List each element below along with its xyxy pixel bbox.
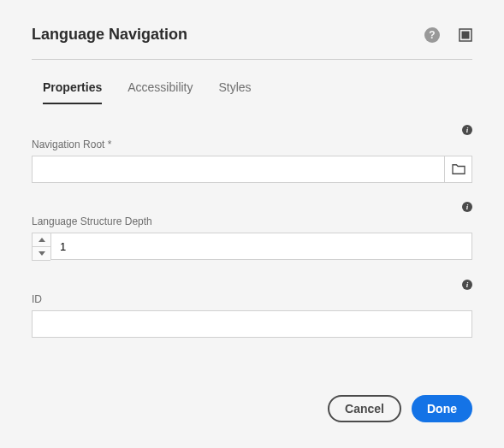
tab-styles[interactable]: Styles <box>219 80 252 104</box>
info-icon[interactable]: i <box>462 202 472 212</box>
stepper-buttons <box>32 233 50 261</box>
info-icon[interactable]: i <box>462 125 472 135</box>
id-label: ID <box>32 293 42 305</box>
id-group: i ID <box>32 280 472 338</box>
tabs: Properties Accessibility Styles <box>32 80 472 104</box>
tab-accessibility[interactable]: Accessibility <box>127 80 193 104</box>
depth-label: Language Structure Depth <box>32 215 152 227</box>
folder-picker-button[interactable] <box>445 156 472 183</box>
maximize-icon[interactable] <box>459 28 472 42</box>
depth-input[interactable] <box>50 233 472 260</box>
stepper-up-button[interactable] <box>33 233 50 247</box>
dialog-title: Language Navigation <box>32 26 187 44</box>
info-icon[interactable]: i <box>462 280 472 290</box>
navigation-root-label: Navigation Root * <box>32 139 111 150</box>
dialog-header: Language Navigation ? <box>32 26 472 60</box>
stepper-down-button[interactable] <box>33 247 50 260</box>
done-button[interactable]: Done <box>412 395 472 422</box>
depth-group: i Language Structure Depth <box>32 202 472 261</box>
cancel-button[interactable]: Cancel <box>328 395 401 422</box>
navigation-root-input[interactable] <box>32 156 445 183</box>
help-icon[interactable]: ? <box>424 27 440 43</box>
navigation-root-group: i Navigation Root * <box>32 125 472 183</box>
svg-rect-1 <box>462 31 470 38</box>
tab-properties[interactable]: Properties <box>43 80 102 104</box>
id-input[interactable] <box>32 310 472 338</box>
dialog-footer: Cancel Done <box>328 395 472 422</box>
header-icons: ? <box>424 27 472 43</box>
